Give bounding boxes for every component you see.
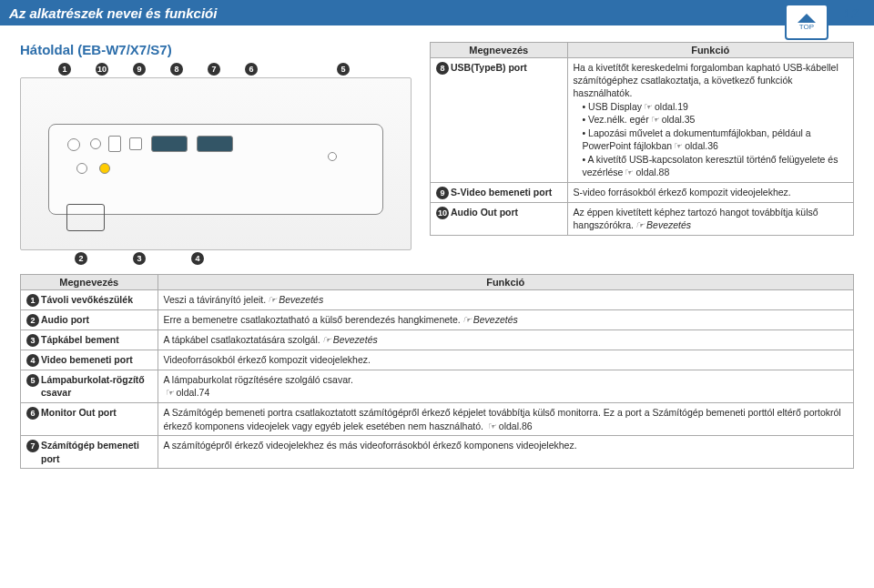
lamp-screw [328, 152, 337, 161]
top-row: Hátoldal (EB-W7/X7/S7) 1 10 9 8 7 6 5 [20, 42, 854, 265]
row-num: 8 [436, 62, 449, 75]
row-name: USB(TypeB) port [449, 58, 567, 183]
row-name: S-Video bemeneti port [449, 183, 567, 203]
callout-1: 1 [58, 63, 71, 76]
callout-9: 9 [133, 63, 146, 76]
col-func: Funkció [158, 275, 854, 290]
callout-2: 2 [75, 252, 87, 265]
content-area: Hátoldal (EB-W7/X7/S7) 1 10 9 8 7 6 5 [0, 25, 874, 478]
row-func: Ha a kivetítőt kereskedelmi forgalomban … [567, 58, 854, 183]
table-row: 5 Lámpaburkolat-rögzítő csavar A lámpabu… [21, 370, 854, 403]
callout-3: 3 [133, 252, 146, 265]
port-vga2 [197, 136, 233, 152]
page-number: 12 [844, 5, 859, 21]
col-func: Funkció [567, 43, 854, 58]
left-column: Hátoldal (EB-W7/X7/S7) 1 10 9 8 7 6 5 [20, 42, 412, 265]
port-svideo [108, 136, 121, 152]
col-name: Megnevezés [21, 275, 158, 290]
table-header-row: Megnevezés Funkció [431, 43, 854, 58]
row-func: S-video forrásokból érkező kompozit vide… [567, 183, 854, 203]
table-row: 8 USB(TypeB) port Ha a kivetítőt kereske… [431, 58, 854, 183]
bottom-callouts-row: 2 3 4 [20, 252, 412, 265]
port-audio-in [76, 163, 87, 174]
col-name: Megnevezés [431, 43, 568, 58]
row-name: Audio Out port [449, 203, 567, 236]
right-table-wrap: Megnevezés Funkció 8 USB(TypeB) port Ha … [430, 42, 854, 236]
logo-text: TOP [799, 23, 814, 31]
callout-6: 6 [245, 63, 258, 76]
power-connector [66, 204, 105, 231]
projector-body [48, 124, 383, 215]
row-func: Az éppen kivetített képhez tartozó hango… [567, 203, 854, 236]
projector-diagram [20, 77, 412, 250]
table-header-row: Megnevezés Funkció [21, 275, 854, 290]
port-ir [67, 138, 80, 151]
page-header: Az alkatrészek nevei és funkciói [0, 0, 874, 25]
table-row: 9 S-Video bemeneti port S-video források… [431, 183, 854, 203]
top-callouts-row: 1 10 9 8 7 6 5 [20, 63, 412, 76]
table-row: 4 Video bemeneti port Videoforrásokból é… [21, 350, 854, 370]
row-num: 10 [436, 207, 449, 219]
port-video [99, 163, 110, 174]
top-logo: TOP [785, 4, 828, 40]
port-audio-out [90, 138, 101, 149]
table-row: 3 Tápkábel bement A tápkábel csatlakozta… [21, 330, 854, 350]
callout-8: 8 [170, 63, 183, 76]
table-row: 6 Monitor Out port A Számítógép bemeneti… [21, 403, 854, 436]
table-row: 2 Audio port Erre a bemenetre csatlakozt… [21, 310, 854, 330]
lower-table: Megnevezés Funkció 1 Távoli vevőkészülék… [20, 274, 854, 469]
right-table: Megnevezés Funkció 8 USB(TypeB) port Ha … [430, 42, 854, 236]
table-row: 10 Audio Out port Az éppen kivetített ké… [431, 203, 854, 236]
table-row: 1 Távoli vevőkészülék Veszi a távirányít… [21, 290, 854, 310]
house-icon [798, 14, 816, 23]
port-usb [129, 137, 142, 150]
port-vga1 [151, 136, 188, 152]
callout-5: 5 [337, 63, 350, 76]
header-title: Az alkatrészek nevei és funkciói [9, 5, 217, 21]
callout-10: 10 [96, 63, 108, 76]
table-row: 7 Számítógép bemeneti port A számítógépr… [21, 436, 854, 468]
callout-7: 7 [208, 63, 220, 76]
callout-4: 4 [191, 252, 204, 265]
row-num: 9 [436, 187, 449, 199]
section-title: Hátoldal (EB-W7/X7/S7) [20, 42, 412, 57]
